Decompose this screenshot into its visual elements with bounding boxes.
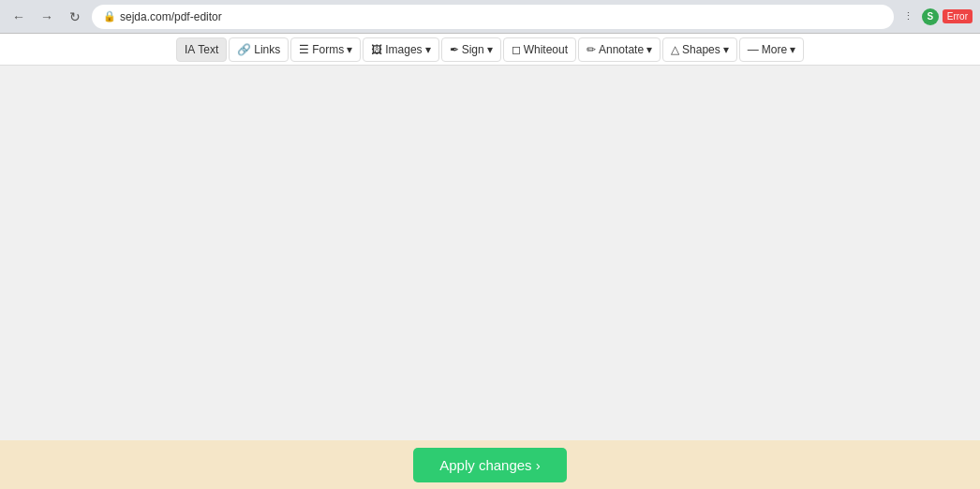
more-dropdown-icon: ▾	[790, 43, 795, 56]
toolbar-shapes-btn[interactable]: △ Shapes ▾	[662, 37, 737, 62]
more-icon: —	[748, 43, 759, 56]
images-icon: 🖼	[371, 43, 382, 56]
forms-icon: ☰	[299, 43, 309, 56]
reload-button[interactable]: ↻	[64, 6, 86, 28]
browser-icons-group: ⋮ S Error	[899, 7, 973, 26]
address-bar[interactable]: 🔒 sejda.com/pdf-editor	[92, 5, 894, 29]
sign-dropdown-icon: ▾	[487, 43, 493, 56]
sign-icon: ✒	[450, 43, 459, 56]
shapes-dropdown-icon: ▾	[723, 43, 729, 56]
back-button[interactable]: ←	[7, 6, 30, 28]
editor-toolbar: IA Text 🔗 Links ☰ Forms ▾ 🖼 Images ▾ ✒ S…	[0, 34, 980, 66]
whiteout-icon: ◻	[512, 43, 521, 56]
url-text: sejda.com/pdf-editor	[120, 10, 222, 23]
toolbar-sign-btn[interactable]: ✒ Sign ▾	[441, 37, 501, 62]
profile-icon[interactable]: S	[922, 8, 939, 25]
apply-changes-bar: Apply changes ›	[0, 440, 980, 489]
toolbar-whiteout-btn[interactable]: ◻ Whiteout	[503, 37, 576, 62]
forms-dropdown-icon: ▾	[347, 43, 352, 56]
error-badge: Error	[943, 9, 973, 23]
toolbar-images-btn[interactable]: 🖼 Images ▾	[363, 37, 438, 62]
toolbar-links-btn[interactable]: 🔗 Links	[229, 37, 289, 62]
images-dropdown-icon: ▾	[425, 43, 431, 56]
toolbar-forms-btn[interactable]: ☰ Forms ▾	[290, 37, 361, 62]
annotate-icon: ✏	[587, 43, 596, 56]
forward-button[interactable]: →	[36, 6, 58, 28]
toolbar-text-btn[interactable]: IA Text	[176, 37, 227, 62]
links-icon: 🔗	[237, 43, 251, 56]
main-content: IA Text 🔗 Links ☰ Forms ▾ 🖼 Images ▾ ✒ S…	[0, 34, 980, 489]
text-icon: IA	[185, 43, 195, 56]
extensions-icon[interactable]: ⋮	[899, 7, 918, 26]
browser-chrome: ← → ↻ 🔒 sejda.com/pdf-editor ⋮ S Error	[0, 0, 980, 34]
apply-changes-button[interactable]: Apply changes ›	[413, 448, 567, 482]
toolbar-annotate-btn[interactable]: ✏ Annotate ▾	[578, 37, 661, 62]
shapes-icon: △	[671, 43, 679, 56]
toolbar-more-btn[interactable]: — More ▾	[739, 37, 804, 62]
annotate-dropdown-icon: ▾	[646, 43, 652, 56]
